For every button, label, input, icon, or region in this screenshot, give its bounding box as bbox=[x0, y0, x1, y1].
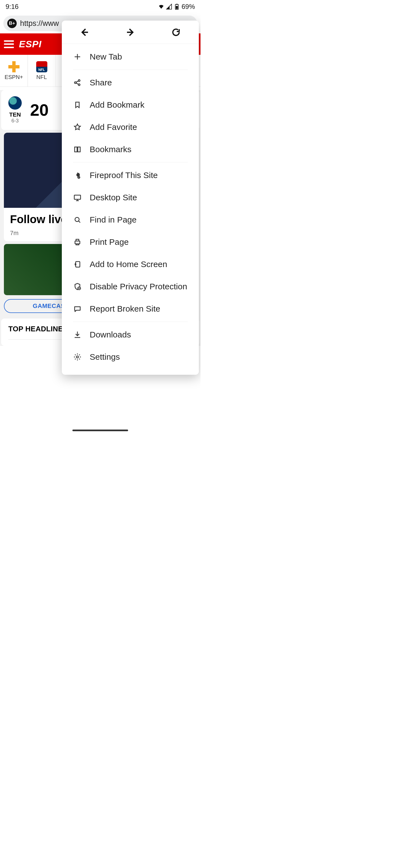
plus-icon bbox=[8, 61, 20, 72]
menu-separator bbox=[73, 162, 188, 162]
sport-tab-label: NFL bbox=[36, 74, 47, 81]
espn-logo: ESPI bbox=[19, 39, 41, 50]
menu-item-desktop[interactable]: Desktop Site bbox=[62, 186, 199, 209]
menu-separator bbox=[73, 69, 188, 70]
menu-item-gear[interactable]: Settings bbox=[62, 346, 199, 368]
menu-item-download[interactable]: Downloads bbox=[62, 323, 199, 346]
menu-item-plus[interactable]: New Tab bbox=[62, 45, 199, 68]
svg-rect-7 bbox=[74, 195, 81, 199]
team-score: 20 bbox=[30, 100, 49, 120]
menu-item-label: Add Bookmark bbox=[90, 100, 145, 110]
menu-item-label: Print Page bbox=[90, 237, 128, 247]
menu-nav-row bbox=[62, 21, 199, 44]
fire-icon bbox=[73, 171, 82, 180]
reload-button[interactable] bbox=[165, 24, 187, 41]
forward-icon bbox=[125, 27, 135, 37]
team-col: TEN 6-3 bbox=[8, 96, 22, 124]
menu-item-book[interactable]: Bookmarks bbox=[62, 138, 199, 160]
back-icon bbox=[80, 27, 90, 37]
sport-tab-espnplus[interactable]: ESPN+ bbox=[0, 55, 28, 87]
download-icon bbox=[73, 330, 82, 339]
back-button[interactable] bbox=[74, 24, 96, 41]
svg-point-12 bbox=[76, 356, 79, 358]
menu-item-label: Add to Home Screen bbox=[90, 259, 167, 269]
svg-rect-2 bbox=[176, 6, 178, 9]
menu-item-home[interactable]: Add to Home Screen bbox=[62, 253, 199, 275]
status-right: 69% bbox=[158, 3, 195, 10]
menu-list: New TabShareAdd BookmarkAdd FavoriteBook… bbox=[62, 44, 199, 370]
menu-item-label: Report Broken Site bbox=[90, 304, 160, 313]
wifi-icon bbox=[158, 4, 164, 10]
book-icon bbox=[73, 145, 82, 154]
menu-item-shield[interactable]: Disable Privacy Protection bbox=[62, 275, 199, 298]
menu-item-print[interactable]: Print Page bbox=[62, 231, 199, 253]
search-icon bbox=[73, 215, 82, 224]
sport-tab-label: ESPN+ bbox=[4, 74, 23, 81]
gear-icon bbox=[73, 352, 82, 362]
menu-item-label: Add Favorite bbox=[90, 122, 137, 132]
home-icon bbox=[73, 260, 82, 269]
signal-icon bbox=[166, 4, 172, 10]
team-logo-icon bbox=[8, 96, 22, 110]
hamburger-icon[interactable] bbox=[4, 40, 14, 48]
menu-item-fire[interactable]: Fireproof This Site bbox=[62, 164, 199, 186]
status-bar: 9:16 69% bbox=[0, 0, 200, 13]
nav-handle[interactable] bbox=[73, 430, 128, 431]
menu-item-label: Find in Page bbox=[90, 215, 137, 224]
battery-icon bbox=[174, 4, 180, 10]
menu-separator bbox=[73, 321, 188, 322]
menu-item-label: Fireproof This Site bbox=[90, 170, 158, 180]
url-text: https://www bbox=[20, 19, 59, 28]
browser-menu: New TabShareAdd BookmarkAdd FavoriteBook… bbox=[62, 21, 199, 375]
menu-item-label: Settings bbox=[90, 352, 120, 362]
menu-item-label: Downloads bbox=[90, 330, 131, 339]
team-record: 6-3 bbox=[8, 118, 22, 124]
print-icon bbox=[73, 238, 82, 247]
bookmark-icon bbox=[73, 100, 82, 109]
shield-icon bbox=[73, 282, 82, 291]
nfl-icon bbox=[36, 61, 47, 72]
menu-item-bookmark[interactable]: Add Bookmark bbox=[62, 94, 199, 116]
menu-item-search[interactable]: Find in Page bbox=[62, 209, 199, 231]
menu-item-label: Desktop Site bbox=[90, 193, 137, 202]
site-badge-icon: B+ bbox=[7, 19, 17, 28]
plus-icon bbox=[73, 52, 82, 61]
menu-item-share[interactable]: Share bbox=[62, 71, 199, 94]
sport-tab-nfl[interactable]: NFL bbox=[28, 55, 56, 87]
forward-button[interactable] bbox=[119, 24, 141, 41]
menu-item-label: New Tab bbox=[90, 52, 122, 61]
menu-item-chat[interactable]: Report Broken Site bbox=[62, 298, 199, 320]
chat-icon bbox=[73, 304, 82, 313]
star-icon bbox=[73, 123, 82, 132]
team-abbr: TEN bbox=[8, 111, 22, 118]
menu-item-label: Disable Privacy Protection bbox=[90, 282, 187, 291]
menu-item-label: Bookmarks bbox=[90, 145, 132, 154]
share-icon bbox=[73, 78, 82, 87]
svg-rect-9 bbox=[75, 241, 80, 244]
battery-percent: 69% bbox=[181, 3, 195, 10]
svg-point-8 bbox=[75, 217, 79, 221]
desktop-icon bbox=[73, 193, 82, 202]
svg-rect-1 bbox=[176, 4, 178, 5]
menu-item-star[interactable]: Add Favorite bbox=[62, 116, 199, 138]
menu-item-label: Share bbox=[90, 78, 112, 87]
status-time: 9:16 bbox=[6, 3, 19, 10]
reload-icon bbox=[171, 28, 181, 37]
